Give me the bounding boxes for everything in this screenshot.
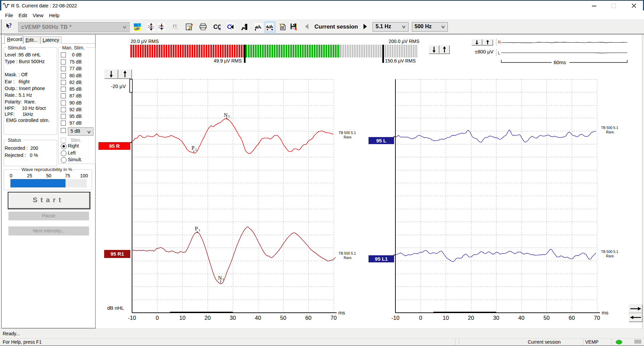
svg-text:TB 500 5.1: TB 500 5.1 — [339, 251, 356, 255]
svg-text:1: 1 — [222, 277, 224, 281]
svg-text:40: 40 — [255, 315, 261, 321]
svg-text:50: 50 — [280, 315, 286, 321]
svg-text:N: N — [224, 112, 228, 118]
svg-text:Rare.: Rare. — [606, 130, 615, 134]
svg-text:ms: ms — [602, 310, 608, 315]
svg-text:A: A — [219, 24, 221, 27]
svg-text:B: B — [219, 27, 221, 31]
svg-text:-10: -10 — [391, 315, 399, 321]
svg-text:1: 1 — [228, 115, 230, 118]
svg-text:60: 60 — [569, 315, 575, 321]
svg-text:ms: ms — [338, 310, 345, 315]
svg-text:N: N — [218, 275, 222, 281]
svg-text:1: 1 — [195, 148, 197, 151]
svg-text:10: 10 — [443, 315, 449, 321]
svg-text:50: 50 — [544, 315, 550, 321]
svg-text:TB 500 5.1: TB 500 5.1 — [601, 250, 618, 254]
svg-text:Rare.: Rare. — [606, 254, 615, 258]
svg-text:70: 70 — [331, 315, 337, 321]
svg-text:30: 30 — [493, 315, 499, 321]
svg-text:UP: UP — [134, 27, 139, 31]
svg-text:R: R — [498, 40, 501, 45]
svg-text:TB 500 5.1: TB 500 5.1 — [339, 131, 356, 135]
svg-text:P: P — [195, 226, 198, 231]
svg-text:TB 500 5.1: TB 500 5.1 — [601, 126, 618, 130]
svg-text:70: 70 — [594, 315, 600, 321]
svg-text:L: L — [498, 51, 500, 55]
svg-text:40: 40 — [518, 315, 524, 321]
svg-text:60ms: 60ms — [554, 59, 566, 65]
svg-text:20: 20 — [205, 315, 211, 321]
svg-text:P: P — [191, 145, 195, 151]
svg-text:10: 10 — [179, 315, 185, 321]
svg-text:-10: -10 — [128, 315, 136, 321]
svg-text:Rare.: Rare. — [344, 135, 352, 139]
svg-text:1: 1 — [199, 228, 200, 232]
svg-text:0: 0 — [419, 315, 422, 321]
svg-text:60: 60 — [305, 315, 311, 321]
svg-text:Rare.: Rare. — [344, 256, 352, 260]
svg-text:0: 0 — [156, 315, 159, 321]
svg-text:C: C — [213, 24, 218, 30]
svg-text:20: 20 — [468, 315, 474, 321]
svg-text:30: 30 — [230, 315, 236, 321]
svg-text:?: ? — [9, 22, 12, 29]
